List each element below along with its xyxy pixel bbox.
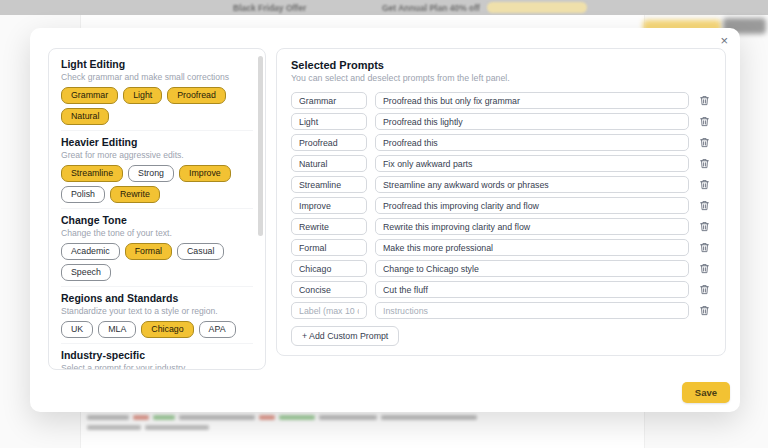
chip-group: AcademicFormalCasualSpeech — [61, 243, 253, 281]
delete-prompt-button[interactable] — [697, 157, 711, 171]
prompt-instruction-input[interactable] — [375, 302, 689, 319]
trash-icon — [699, 284, 710, 295]
left-panel-sections: Light EditingCheck grammar and make smal… — [61, 58, 253, 370]
prompt-label-input[interactable] — [291, 155, 367, 172]
delete-prompt-button[interactable] — [697, 241, 711, 255]
prompt-row — [291, 260, 711, 277]
delete-prompt-button[interactable] — [697, 136, 711, 150]
chip-group: StreamlineStrongImprovePolishRewrite — [61, 165, 253, 203]
section-title: Light Editing — [61, 58, 253, 71]
prompt-section: Heavier EditingGreat for more aggressive… — [61, 130, 253, 203]
prompt-row — [291, 113, 711, 130]
prompt-chip-light[interactable]: Light — [123, 87, 162, 104]
prompt-label-input[interactable] — [291, 197, 367, 214]
prompt-instruction-input[interactable] — [375, 155, 689, 172]
delete-prompt-button[interactable] — [697, 178, 711, 192]
prompt-settings-modal: × Light EditingCheck grammar and make sm… — [30, 28, 740, 412]
delete-prompt-button[interactable] — [697, 199, 711, 213]
prompt-chip-proofread[interactable]: Proofread — [167, 87, 226, 104]
promo-banner-text: Black Friday Offer — [233, 3, 306, 13]
delete-prompt-button[interactable] — [697, 94, 711, 108]
prompt-label-input[interactable] — [291, 218, 367, 235]
selected-prompts-panel: Selected Prompts You can select and dese… — [276, 48, 726, 356]
prompt-chip-uk[interactable]: UK — [61, 321, 93, 338]
delete-prompt-button[interactable] — [697, 262, 711, 276]
trash-icon — [699, 200, 710, 211]
prompt-instruction-input[interactable] — [375, 176, 689, 193]
prompt-chip-improve[interactable]: Improve — [179, 165, 231, 182]
prompt-chip-rewrite[interactable]: Rewrite — [110, 186, 160, 203]
save-button[interactable]: Save — [682, 382, 730, 403]
promo-code-pill — [487, 2, 587, 13]
trash-icon — [699, 242, 710, 253]
prompt-section: Regions and StandardsStandardize your te… — [61, 286, 253, 338]
section-subtitle: Select a prompt for your industry. — [61, 363, 253, 370]
section-subtitle: Standardize your text to a style or regi… — [61, 306, 253, 317]
prompt-instruction-input[interactable] — [375, 218, 689, 235]
trash-icon — [699, 137, 710, 148]
prompt-row — [291, 281, 711, 298]
blurred-diff-text-line — [87, 415, 477, 420]
prompt-chip-strong[interactable]: Strong — [128, 165, 174, 182]
prompt-section: Light EditingCheck grammar and make smal… — [61, 58, 253, 125]
prompt-chip-natural[interactable]: Natural — [61, 108, 109, 125]
delete-prompt-button[interactable] — [697, 304, 711, 318]
prompt-chip-grammar[interactable]: Grammar — [61, 87, 118, 104]
trash-icon — [699, 158, 710, 169]
prompt-instruction-input[interactable] — [375, 239, 689, 256]
section-subtitle: Change the tone of your text. — [61, 228, 253, 239]
chip-group: GrammarLightProofreadNatural — [61, 87, 253, 125]
trash-icon — [699, 116, 710, 127]
prompt-chip-streamline[interactable]: Streamline — [61, 165, 123, 182]
prompt-row — [291, 134, 711, 151]
prompt-library-panel: Light EditingCheck grammar and make smal… — [48, 48, 266, 370]
section-subtitle: Great for more aggressive edits. — [61, 150, 253, 161]
prompt-label-input[interactable] — [291, 92, 367, 109]
prompt-section: Change ToneChange the tone of your text.… — [61, 208, 253, 281]
prompt-chip-casual[interactable]: Casual — [177, 243, 224, 260]
prompt-chip-mla[interactable]: MLA — [98, 321, 136, 338]
close-icon[interactable]: × — [720, 34, 728, 47]
promo-banner-offer-text: Get Annual Plan 40% off — [382, 3, 480, 13]
prompt-row — [291, 239, 711, 256]
prompt-chip-chicago[interactable]: Chicago — [141, 321, 193, 338]
prompt-instruction-input[interactable] — [375, 113, 689, 130]
prompt-chip-formal[interactable]: Formal — [125, 243, 172, 260]
prompt-label-input[interactable] — [291, 239, 367, 256]
prompt-chip-polish[interactable]: Polish — [61, 186, 105, 203]
prompt-row — [291, 176, 711, 193]
delete-prompt-button[interactable] — [697, 283, 711, 297]
prompt-instruction-input[interactable] — [375, 92, 689, 109]
trash-icon — [699, 221, 710, 232]
prompt-instruction-input[interactable] — [375, 197, 689, 214]
prompt-chip-apa[interactable]: APA — [199, 321, 236, 338]
prompt-instruction-input[interactable] — [375, 134, 689, 151]
prompt-section: Industry-specificSelect a prompt for you… — [61, 343, 253, 370]
prompt-label-input[interactable] — [291, 281, 367, 298]
selected-prompts-subtitle: You can select and deselect prompts from… — [291, 73, 711, 83]
prompt-instruction-input[interactable] — [375, 281, 689, 298]
prompt-rows — [291, 92, 711, 319]
section-title: Heavier Editing — [61, 136, 253, 149]
prompt-label-input[interactable] — [291, 134, 367, 151]
prompt-instruction-input[interactable] — [375, 260, 689, 277]
trash-icon — [699, 305, 710, 316]
section-title: Change Tone — [61, 214, 253, 227]
add-custom-prompt-button[interactable]: + Add Custom Prompt — [291, 326, 399, 346]
prompt-label-input[interactable] — [291, 176, 367, 193]
prompt-label-input[interactable] — [291, 113, 367, 130]
prompt-chip-speech[interactable]: Speech — [61, 264, 111, 281]
prompt-row — [291, 155, 711, 172]
prompt-label-input[interactable] — [291, 260, 367, 277]
trash-icon — [699, 95, 710, 106]
prompt-label-input[interactable] — [291, 302, 367, 319]
delete-prompt-button[interactable] — [697, 115, 711, 129]
chip-group: UKMLAChicagoAPA — [61, 321, 253, 338]
section-subtitle: Check grammar and make small corrections — [61, 72, 253, 83]
delete-prompt-button[interactable] — [697, 220, 711, 234]
prompt-row — [291, 302, 711, 319]
prompt-row — [291, 92, 711, 109]
left-panel-scrollbar[interactable] — [258, 56, 263, 236]
prompt-chip-academic[interactable]: Academic — [61, 243, 120, 260]
blurred-text-line — [87, 425, 209, 430]
